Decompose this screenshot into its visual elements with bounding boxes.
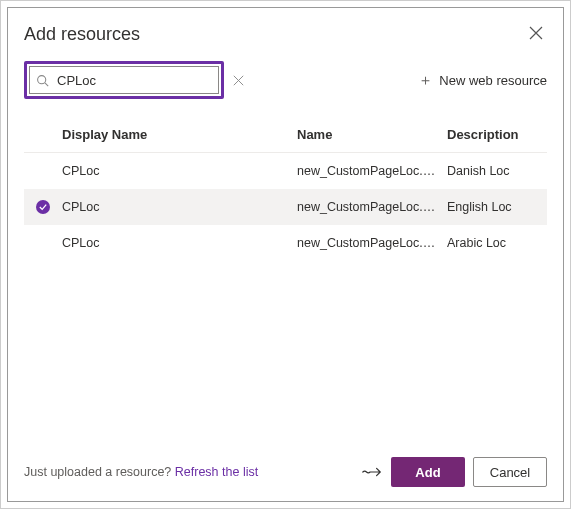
- close-icon: [529, 26, 543, 40]
- table-row[interactable]: CPLoc new_CustomPageLoc.1030.r... Danish…: [24, 153, 547, 189]
- cell-name: new_CustomPageLoc.1030.r...: [297, 164, 447, 178]
- col-display-name[interactable]: Display Name: [62, 127, 297, 142]
- svg-line-1: [45, 82, 48, 85]
- add-resources-dialog: Add resources ＋: [7, 7, 564, 502]
- table-header-row: Display Name Name Description: [24, 117, 547, 153]
- resources-table: Display Name Name Description CPLoc new_…: [24, 117, 547, 447]
- table-row[interactable]: CPLoc new_CustomPageLoc.1033.r... Englis…: [24, 189, 547, 225]
- search-box[interactable]: [29, 66, 219, 94]
- selected-check-icon: [36, 200, 50, 214]
- dialog-title: Add resources: [24, 24, 140, 45]
- toolbar: ＋ New web resource: [24, 61, 547, 99]
- clear-search-icon[interactable]: [233, 75, 244, 86]
- search-input[interactable]: [55, 72, 227, 89]
- close-button[interactable]: [525, 22, 547, 47]
- dialog-footer: Just uploaded a resource? Refresh the li…: [24, 447, 547, 487]
- svg-point-0: [38, 75, 46, 83]
- cell-display-name: CPLoc: [62, 164, 297, 178]
- search-highlight: [24, 61, 224, 99]
- new-web-resource-button[interactable]: ＋ New web resource: [418, 71, 547, 90]
- cell-display-name: CPLoc: [62, 200, 297, 214]
- new-web-resource-label: New web resource: [439, 73, 547, 88]
- dialog-header: Add resources: [24, 22, 547, 47]
- cell-name: new_CustomPageLoc.1025.loc: [297, 236, 447, 250]
- pointer-icon: [361, 463, 383, 481]
- cell-description: Arabic Loc: [447, 236, 547, 250]
- col-description[interactable]: Description: [447, 127, 547, 142]
- cell-description: Danish Loc: [447, 164, 547, 178]
- footer-hint: Just uploaded a resource? Refresh the li…: [24, 465, 258, 479]
- plus-icon: ＋: [418, 71, 433, 90]
- hint-text: Just uploaded a resource?: [24, 465, 175, 479]
- cell-name: new_CustomPageLoc.1033.r...: [297, 200, 447, 214]
- table-row[interactable]: CPLoc new_CustomPageLoc.1025.loc Arabic …: [24, 225, 547, 261]
- col-name[interactable]: Name: [297, 127, 447, 142]
- footer-buttons: Add Cancel: [361, 457, 547, 487]
- cell-display-name: CPLoc: [62, 236, 297, 250]
- refresh-list-link[interactable]: Refresh the list: [175, 465, 258, 479]
- search-icon: [36, 74, 49, 87]
- cell-description: English Loc: [447, 200, 547, 214]
- cancel-button[interactable]: Cancel: [473, 457, 547, 487]
- add-button[interactable]: Add: [391, 457, 465, 487]
